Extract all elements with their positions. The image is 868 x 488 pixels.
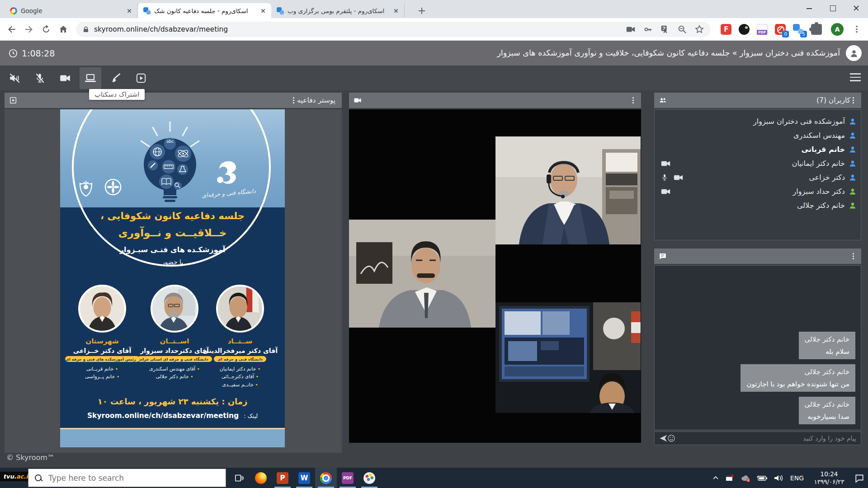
- column-speaker-name: آقای دکترحداد سبزوار: [136, 347, 213, 354]
- poster-link-url: Skyroom.online/ch/dsabzevar/meeting: [87, 412, 239, 420]
- taskbar-app[interactable]: [250, 468, 272, 488]
- column-member: خانم قربــانی: [64, 366, 141, 372]
- extension-adblock-icon[interactable]: 0: [775, 24, 786, 35]
- tray-date: ۱۳۹۹/۰۶/۲۳: [810, 478, 849, 486]
- tray-chevron-icon[interactable]: [712, 474, 719, 482]
- user-row[interactable]: مهندس اسکندری: [655, 128, 861, 142]
- taskbar-app[interactable]: P: [272, 468, 293, 488]
- send-icon[interactable]: [659, 434, 667, 442]
- app-error-icon[interactable]: [725, 474, 734, 483]
- window-maximize-button[interactable]: [821, 0, 844, 16]
- clock-icon: [8, 48, 18, 58]
- translate-icon[interactable]: [660, 24, 670, 34]
- extension-skyroom-icon[interactable]: 5: [793, 24, 804, 35]
- screen-share-button[interactable]: [80, 67, 101, 89]
- chat-message-sender: خانم دکتر جلالی: [805, 335, 849, 343]
- user-row[interactable]: آموزشکده فنی دختران سبزوار: [655, 114, 861, 128]
- action-center-icon[interactable]: [854, 473, 864, 483]
- profile-avatar[interactable]: A: [831, 23, 844, 36]
- taskbar-search[interactable]: [28, 469, 226, 487]
- google-favicon: [10, 7, 17, 14]
- poster-panel-header: پوستر دفاعیه: [5, 93, 342, 108]
- video-panel-icon: [354, 96, 362, 104]
- user-row[interactable]: خانم دکتر ایمانیان: [655, 156, 861, 170]
- volume-icon[interactable]: [774, 474, 784, 482]
- column-member: خانم دکتر ایمانیان: [202, 366, 278, 372]
- mic-muted-button[interactable]: [29, 67, 51, 89]
- taskbar-app[interactable]: [315, 468, 337, 488]
- user-name: دکتر خزاعی: [809, 173, 845, 182]
- bulb-abc-label: abc: [161, 139, 179, 144]
- extension-pdf-icon[interactable]: PDF: [757, 24, 768, 35]
- emoji-icon[interactable]: [667, 434, 675, 442]
- tab-close-icon[interactable]: [392, 7, 400, 14]
- media-player-button[interactable]: [130, 67, 152, 89]
- browser-tab[interactable]: Google: [5, 3, 138, 18]
- battery-icon[interactable]: [757, 475, 768, 481]
- tab-title: اسکای‌روم - جلسه دفاعیه کانون شک: [154, 7, 256, 14]
- browser-navbar: skyroom.online/ch/dsabzevar/meeting F PD…: [0, 18, 868, 41]
- toolbar-menu-icon[interactable]: [850, 73, 861, 82]
- language-indicator[interactable]: ENG: [790, 474, 804, 482]
- taskbar-app[interactable]: [359, 468, 380, 488]
- bookmark-star-icon[interactable]: [694, 24, 704, 34]
- video-menu-icon[interactable]: [630, 96, 637, 104]
- user-row[interactable]: دکتر خزاعی: [655, 170, 861, 184]
- user-name: خانم دکتر ایمانیان: [792, 159, 845, 168]
- chat-message-sender: خانم دکتر جلالی: [805, 400, 849, 408]
- speaker-muted-button[interactable]: [4, 67, 25, 89]
- user-presence-icon: [849, 146, 856, 153]
- reload-icon[interactable]: [41, 24, 52, 35]
- user-row[interactable]: دکتر حداد سبزوار: [655, 184, 861, 198]
- search-input[interactable]: [48, 474, 220, 483]
- room-avatar[interactable]: [846, 45, 862, 61]
- lock-icon: [82, 26, 90, 33]
- window-controls: [797, 0, 868, 16]
- browser-tab[interactable]: اسکای‌روم - جلسه دفاعیه کانون شک: [138, 3, 271, 18]
- chat-message: خانم دکتر جلالی سلام بله: [799, 332, 855, 359]
- user-name: خانم قربانی: [802, 145, 845, 154]
- browser-menu-icon[interactable]: [851, 24, 862, 35]
- back-icon[interactable]: [6, 24, 17, 35]
- users-list: آموزشکده فنی دختران سبزوار مهندس اسکندری…: [654, 109, 861, 240]
- window-close-button[interactable]: [844, 0, 868, 16]
- taskbar-app[interactable]: PDF: [337, 468, 359, 488]
- taskbar-app[interactable]: W: [293, 468, 315, 488]
- clock-date[interactable]: 10:24 ۱۳۹۹/۰۶/۲۳: [810, 470, 849, 486]
- new-tab-button[interactable]: [416, 5, 428, 17]
- extension-f-icon[interactable]: F: [721, 24, 731, 35]
- media-play-icon: [135, 72, 147, 84]
- whiteboard-button[interactable]: [105, 67, 127, 89]
- poster-panel-title: پوستر دفاعیه: [297, 96, 335, 104]
- column-member: خانم دکتر جلالی: [136, 374, 213, 380]
- camera-permission-icon[interactable]: [626, 24, 636, 34]
- chat-menu-icon[interactable]: [850, 252, 857, 260]
- speaker-photo-province: [151, 285, 198, 333]
- user-row[interactable]: خانم قربانی: [655, 142, 861, 156]
- camera-button[interactable]: [54, 67, 76, 89]
- tray-time: 10:24: [810, 470, 849, 478]
- extension-record-icon[interactable]: [739, 24, 750, 35]
- users-menu-icon[interactable]: [850, 96, 857, 104]
- task-view-icon: [234, 473, 244, 483]
- task-view-button[interactable]: [228, 468, 250, 488]
- chat-input[interactable]: [682, 435, 856, 442]
- poster-menu-icon[interactable]: [291, 96, 297, 104]
- user-name: آموزشکده فنی دختران سبزوار: [753, 117, 845, 126]
- password-key-icon[interactable]: [643, 24, 653, 34]
- window-minimize-button[interactable]: [797, 0, 821, 16]
- home-icon[interactable]: [58, 24, 69, 35]
- extensions-puzzle-icon[interactable]: [811, 24, 822, 35]
- tab-close-icon[interactable]: [126, 7, 133, 14]
- share-tooltip: اشتراک دسکتاپ: [89, 89, 145, 100]
- browser-tabbar: Google اسکای‌روم - جلسه دفاعیه کانون شک …: [0, 0, 868, 18]
- onedrive-error-icon[interactable]: [740, 474, 751, 483]
- browser-tab[interactable]: اسکای‌روم - پلتفرم بومی برگزاری وب: [271, 3, 405, 18]
- forward-icon[interactable]: [24, 24, 34, 35]
- defense-poster: abc دانشگاه فنی و حرفه‌ای جلسه دفاعیه ک: [60, 109, 285, 447]
- user-row[interactable]: خانم دکتر جلالی: [655, 198, 861, 212]
- zoom-icon[interactable]: [677, 24, 687, 34]
- user-media-icons: [661, 188, 670, 195]
- address-bar[interactable]: skyroom.online/ch/dsabzevar/meeting: [76, 22, 711, 37]
- tab-close-icon[interactable]: [259, 7, 267, 14]
